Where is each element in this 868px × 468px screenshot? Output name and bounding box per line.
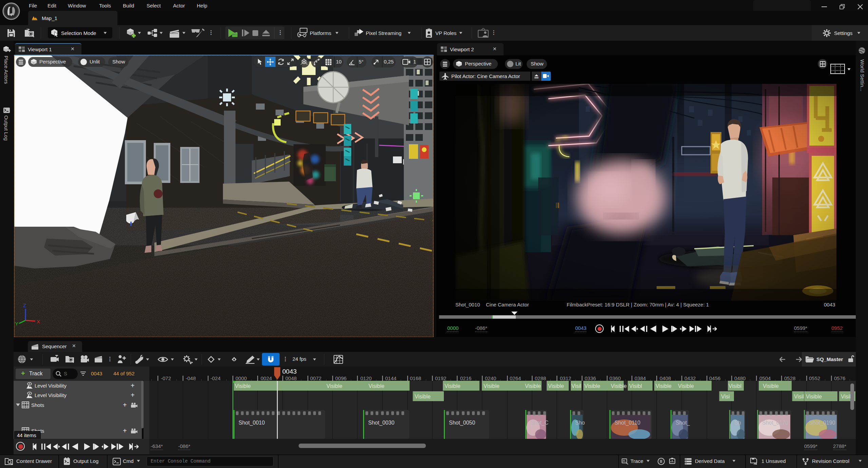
svg-text:Visibl: Visibl (729, 383, 741, 389)
svg-text:0024: 0024 (261, 375, 272, 381)
svg-text:Visibl: Visibl (629, 383, 642, 389)
svg-text:-024: -024 (210, 375, 221, 381)
svg-text:Visible: Visible (611, 383, 627, 389)
svg-text:Visible: Visible (445, 383, 460, 389)
svg-text:Visible: Visible (235, 383, 251, 389)
svg-text:Shot_C: Shot_C (530, 420, 548, 426)
svg-text:Visi: Visi (721, 394, 730, 399)
svg-text:-072: -072 (161, 375, 171, 381)
svg-text:-048: -048 (186, 375, 196, 381)
svg-text:Y: Y (15, 321, 18, 326)
svg-text:0408: 0408 (660, 375, 671, 381)
svg-text:Shot_: Shot_ (676, 420, 690, 426)
svg-text:Sho: Sho (575, 420, 585, 426)
svg-text:Visible: Visible (415, 394, 431, 399)
svg-text:Shot_0110: Shot_0110 (615, 420, 640, 426)
svg-text:Visible: Visible (584, 383, 600, 389)
svg-text:Visil: Visil (794, 394, 804, 399)
svg-text:Visible: Visible (525, 383, 541, 389)
svg-text:0120: 0120 (360, 375, 372, 381)
svg-text:Visible: Visible (806, 394, 822, 399)
svg-text:Z: Z (23, 302, 26, 308)
svg-text:0504: 0504 (759, 375, 771, 381)
svg-text:Visible: Visible (678, 383, 694, 389)
svg-text:Visible: Visible (484, 383, 499, 389)
svg-text:0043: 0043 (282, 368, 297, 375)
svg-text:Shot_0170: Shot_0170 (762, 420, 789, 426)
svg-text:Visible: Visible (656, 383, 672, 389)
svg-text:Shot_0010: Shot_0010 (239, 420, 265, 426)
svg-text:Visible: Visible (763, 383, 779, 389)
svg-text:Shot_0030: Shot_0030 (368, 420, 395, 426)
svg-text:Visil: Visil (571, 383, 581, 389)
svg-text:Visible: Visible (548, 383, 564, 389)
svg-text:Visible: Visible (326, 383, 342, 389)
svg-text:Visible: Visible (369, 383, 384, 389)
svg-text:Sh: Sh (734, 420, 741, 426)
svg-text:0312: 0312 (560, 375, 571, 381)
svg-text:Shot_0050: Shot_0050 (449, 420, 475, 426)
svg-text:Shot_0190: Shot_0190 (809, 420, 835, 426)
svg-text:X: X (37, 319, 40, 324)
svg-text:0216: 0216 (460, 375, 471, 381)
